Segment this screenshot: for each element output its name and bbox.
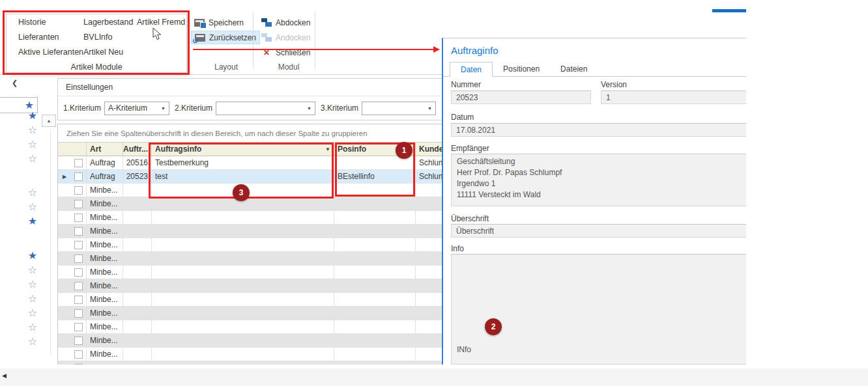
favorite-star-icon[interactable]: ★ bbox=[28, 216, 37, 227]
andocken-button-disabled: Andocken bbox=[258, 31, 313, 44]
table-row[interactable]: Minbe... bbox=[58, 293, 442, 307]
favorite-star-icon[interactable]: ☆ bbox=[28, 265, 37, 275]
column-header-auftr[interactable]: Auftr... bbox=[123, 143, 152, 156]
scroll-left-icon[interactable]: ◀ bbox=[2, 372, 7, 379]
row-checkbox[interactable] bbox=[74, 241, 83, 249]
menu-item-historie[interactable]: Historie bbox=[18, 18, 46, 27]
row-checkbox[interactable] bbox=[74, 309, 83, 318]
table-row[interactable]: Minbe... bbox=[58, 334, 442, 348]
favorite-star-icon[interactable]: ☆ bbox=[28, 337, 37, 347]
cell-art: Minbe bbox=[87, 361, 123, 365]
table-row[interactable]: Minbe... bbox=[58, 238, 442, 252]
kriterium-3-dropdown[interactable]: ▼ bbox=[362, 102, 436, 115]
settings-panel-title: Einstellungen bbox=[58, 79, 442, 96]
row-checkbox[interactable] bbox=[74, 296, 83, 304]
table-row[interactable]: ▶ Auftrag 20523 test BEstellinfo Schlum bbox=[58, 170, 442, 184]
table-row[interactable]: Auftrag 20516 Testbemerkung Schlum bbox=[58, 156, 442, 170]
favorite-star-icon[interactable]: ☆ bbox=[28, 308, 37, 318]
info-field[interactable]: INfo bbox=[451, 254, 746, 365]
row-checkbox[interactable] bbox=[74, 282, 83, 290]
cell-art: Auftrag bbox=[87, 170, 123, 183]
menu-item-artikel-fremd[interactable]: Artikel Fremd bbox=[137, 18, 185, 27]
cell-auftragsinfo bbox=[152, 238, 334, 251]
table-row[interactable]: Minbe... bbox=[58, 184, 442, 197]
tab-dateien[interactable]: Dateien bbox=[550, 62, 598, 76]
row-marker-icon bbox=[58, 361, 71, 365]
cell-auftragsinfo bbox=[152, 266, 334, 279]
row-checkbox[interactable] bbox=[74, 350, 83, 359]
table-row[interactable]: Minbe... bbox=[58, 225, 442, 238]
favorite-star-icon[interactable]: ☆ bbox=[28, 294, 37, 304]
cell-kunde bbox=[416, 225, 442, 238]
empfaenger-field[interactable]: Geschäftsleitung Herr Prof. Dr. Papas Sc… bbox=[451, 154, 746, 206]
table-row[interactable]: Minbe... bbox=[58, 266, 442, 279]
kriterium-2-dropdown[interactable]: ▼ bbox=[216, 102, 315, 115]
menu-item-aktive-lieferanten[interactable]: Aktive Lieferanten bbox=[18, 48, 83, 57]
table-row[interactable]: Minbe... bbox=[58, 197, 442, 211]
favorite-star-icon[interactable]: ☆ bbox=[28, 187, 37, 198]
favorite-star-icon[interactable]: ☆ bbox=[28, 322, 37, 333]
row-checkbox[interactable] bbox=[74, 159, 83, 167]
kriterium-1-dropdown[interactable]: A-Kriterium ▼ bbox=[104, 102, 169, 115]
row-checkbox[interactable] bbox=[74, 200, 83, 208]
row-marker-icon bbox=[58, 334, 71, 347]
nummer-field[interactable]: 20523 bbox=[451, 90, 591, 104]
column-header-art[interactable]: Art bbox=[87, 143, 123, 156]
menu-item-artikel-module[interactable]: Artikel Module bbox=[7, 62, 186, 72]
ueberschrift-field[interactable]: Überschrift bbox=[451, 224, 746, 238]
menu-item-lieferanten[interactable]: Lieferanten bbox=[18, 33, 59, 42]
menu-item-lagerbestand[interactable]: Lagerbestand bbox=[83, 18, 133, 27]
menu-item-artikel-neu[interactable]: Artikel Neu bbox=[83, 48, 123, 57]
favorite-star-icon[interactable]: ☆ bbox=[28, 154, 37, 164]
table-row[interactable]: Minbe bbox=[58, 361, 442, 365]
table-row[interactable]: Minbe... bbox=[58, 307, 442, 320]
cell-art: Auftrag bbox=[87, 156, 123, 169]
scroll-up-button[interactable]: ▲ bbox=[42, 115, 56, 127]
row-checkbox[interactable] bbox=[74, 364, 83, 365]
datum-field[interactable]: 17.08.2021 bbox=[451, 123, 746, 137]
horizontal-scrollbar[interactable]: ◀ bbox=[0, 368, 868, 386]
sort-dropdown-icon[interactable]: ▼ bbox=[325, 146, 330, 152]
row-checkbox[interactable] bbox=[74, 268, 83, 277]
tab-positionen[interactable]: Positionen bbox=[493, 62, 550, 76]
abdocken-button[interactable]: Abdocken bbox=[258, 16, 313, 29]
row-checkbox[interactable] bbox=[74, 255, 83, 263]
schliessen-button[interactable]: ✕ Schließen bbox=[258, 46, 313, 59]
column-header-auftragsinfo[interactable]: Auftragsinfo ▼ bbox=[152, 143, 334, 156]
cell-art: Minbe... bbox=[87, 266, 123, 279]
window-accent-line bbox=[712, 9, 746, 12]
cell-kunde bbox=[416, 197, 442, 210]
cell-art: Minbe... bbox=[87, 320, 123, 333]
row-checkbox[interactable] bbox=[74, 214, 83, 222]
favorite-star-icon[interactable]: ☆ bbox=[28, 125, 37, 135]
favorite-star-icon[interactable]: ☆ bbox=[28, 279, 37, 290]
column-header-kunde[interactable]: Kunde... bbox=[416, 143, 442, 156]
tab-daten[interactable]: Daten bbox=[450, 62, 493, 77]
cell-auftragsinfo bbox=[152, 279, 334, 292]
cell-kunde bbox=[416, 348, 442, 361]
row-checkbox[interactable] bbox=[74, 337, 83, 345]
table-row[interactable]: Minbe... bbox=[58, 348, 442, 361]
row-checkbox[interactable] bbox=[74, 227, 83, 236]
table-row[interactable]: Minbe... bbox=[58, 320, 442, 334]
row-checkbox[interactable] bbox=[74, 186, 83, 195]
favorite-star-icon[interactable]: ★ bbox=[28, 251, 37, 261]
table-row[interactable]: Minbe... bbox=[58, 252, 442, 266]
row-checkbox[interactable] bbox=[74, 172, 83, 181]
row-checkbox[interactable] bbox=[74, 323, 83, 331]
collapse-chevron-icon[interactable]: ❮ bbox=[12, 79, 18, 87]
chevron-down-icon: ▼ bbox=[427, 106, 432, 111]
speichern-button[interactable]: Speichern bbox=[191, 16, 247, 29]
favorite-star-icon[interactable]: ☆ bbox=[28, 202, 37, 212]
table-row[interactable]: Minbe... bbox=[58, 279, 442, 293]
orders-grid: Ziehen Sie eine Spaltenüberschrift in di… bbox=[57, 124, 442, 365]
favorite-star-icon[interactable]: ☆ bbox=[28, 139, 37, 150]
cell-auftragsnummer bbox=[123, 184, 152, 197]
table-row[interactable]: Minbe... bbox=[58, 211, 442, 225]
menu-item-bvlinfo[interactable]: BVLInfo bbox=[83, 33, 112, 42]
favorite-star-icon[interactable]: ★ bbox=[28, 111, 37, 121]
grid-header-row: Art Auftr... Auftragsinfo ▼ Posinfo Kund… bbox=[58, 142, 442, 156]
zuruecksetzen-button[interactable]: Zurücksetzen bbox=[191, 31, 260, 44]
abdocken-label: Abdocken bbox=[276, 18, 310, 27]
version-field[interactable]: 1 bbox=[601, 90, 746, 104]
